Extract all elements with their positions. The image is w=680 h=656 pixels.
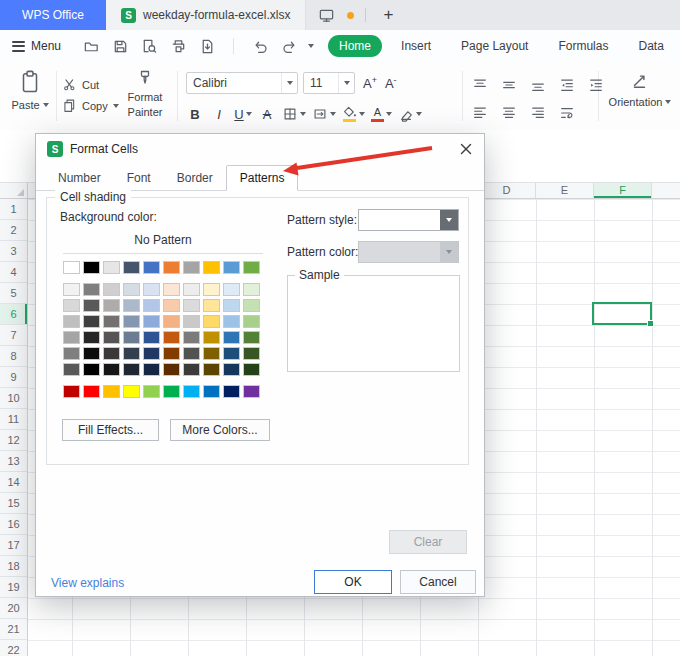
color-swatch[interactable] <box>223 299 240 312</box>
color-swatch[interactable] <box>123 347 140 360</box>
borders-button[interactable] <box>282 103 306 125</box>
align-right-button[interactable] <box>528 103 548 123</box>
color-swatch[interactable] <box>223 315 240 328</box>
row-header-16[interactable]: 16 <box>0 514 27 535</box>
color-swatch[interactable] <box>83 315 100 328</box>
row-header-17[interactable]: 17 <box>0 535 27 556</box>
dialog-tab-font[interactable]: Font <box>114 166 164 190</box>
fill-color-button[interactable] <box>342 103 365 125</box>
color-swatch[interactable] <box>183 299 200 312</box>
row-header-2[interactable]: 2 <box>0 220 27 241</box>
row-header-7[interactable]: 7 <box>0 325 27 346</box>
color-swatch[interactable] <box>123 283 140 296</box>
document-tab[interactable]: S weekday-formula-excel.xlsx <box>106 0 306 30</box>
row-header-22[interactable]: 22 <box>0 640 27 656</box>
pattern-style-caret[interactable] <box>440 210 458 230</box>
color-swatch[interactable] <box>123 385 140 398</box>
color-swatch[interactable] <box>163 331 180 344</box>
font-size-caret[interactable] <box>338 73 354 93</box>
row-header-8[interactable]: 8 <box>0 346 27 367</box>
color-swatch[interactable] <box>63 363 80 376</box>
color-swatch[interactable] <box>123 331 140 344</box>
color-swatch[interactable] <box>83 363 100 376</box>
color-swatch[interactable] <box>203 385 220 398</box>
color-swatch[interactable] <box>63 299 80 312</box>
menu-button[interactable]: Menu <box>0 39 69 53</box>
cancel-button[interactable]: Cancel <box>400 570 476 594</box>
color-swatch[interactable] <box>163 299 180 312</box>
decrease-indent-button[interactable] <box>557 75 577 95</box>
color-swatch[interactable] <box>83 261 100 274</box>
menu-tab-data[interactable]: Data <box>627 35 674 57</box>
color-swatch[interactable] <box>223 363 240 376</box>
color-swatch[interactable] <box>123 261 140 274</box>
undo-icon[interactable] <box>250 36 270 56</box>
color-swatch[interactable] <box>183 261 200 274</box>
copy-button[interactable]: Copy <box>62 95 119 116</box>
color-swatch[interactable] <box>143 283 160 296</box>
color-swatch[interactable] <box>183 363 200 376</box>
color-swatch[interactable] <box>163 347 180 360</box>
increase-indent-button[interactable] <box>586 75 606 95</box>
column-header-f[interactable]: F <box>594 183 652 198</box>
color-swatch[interactable] <box>143 331 160 344</box>
color-swatch[interactable] <box>83 347 100 360</box>
row-header-19[interactable]: 19 <box>0 577 27 598</box>
color-swatch[interactable] <box>103 331 120 344</box>
align-left-button[interactable] <box>470 103 490 123</box>
color-swatch[interactable] <box>103 385 120 398</box>
color-swatch[interactable] <box>223 283 240 296</box>
wrap-text-button[interactable] <box>557 103 577 123</box>
color-swatch[interactable] <box>183 347 200 360</box>
color-swatch[interactable] <box>143 299 160 312</box>
color-swatch[interactable] <box>123 299 140 312</box>
close-icon[interactable] <box>448 134 484 164</box>
font-name-select[interactable]: Calibri <box>186 72 298 94</box>
color-swatch[interactable] <box>63 347 80 360</box>
color-swatch[interactable] <box>223 347 240 360</box>
selected-cell[interactable] <box>592 302 652 325</box>
color-swatch[interactable] <box>63 315 80 328</box>
select-all-corner[interactable] <box>0 182 28 199</box>
color-swatch[interactable] <box>103 315 120 328</box>
row-header-14[interactable]: 14 <box>0 472 27 493</box>
color-swatch[interactable] <box>223 385 240 398</box>
row-header-12[interactable]: 12 <box>0 430 27 451</box>
color-swatch[interactable] <box>203 363 220 376</box>
color-swatch[interactable] <box>143 261 160 274</box>
print-icon[interactable] <box>168 36 188 56</box>
color-swatch[interactable] <box>163 283 180 296</box>
color-swatch[interactable] <box>203 283 220 296</box>
color-swatch[interactable] <box>183 385 200 398</box>
color-swatch[interactable] <box>203 299 220 312</box>
dialog-tab-border[interactable]: Border <box>164 166 226 190</box>
color-swatch[interactable] <box>243 261 260 274</box>
color-swatch[interactable] <box>83 385 100 398</box>
color-swatch[interactable] <box>63 261 80 274</box>
align-middle-button[interactable] <box>499 75 519 95</box>
bold-button[interactable]: B <box>186 103 204 125</box>
color-swatch[interactable] <box>163 315 180 328</box>
color-swatch[interactable] <box>123 315 140 328</box>
dialog-tab-number[interactable]: Number <box>45 166 114 190</box>
decrease-font-button[interactable]: A- <box>385 75 397 91</box>
row-header-6[interactable]: 6 <box>0 304 27 325</box>
color-swatch[interactable] <box>243 315 260 328</box>
color-swatch[interactable] <box>143 315 160 328</box>
color-swatch[interactable] <box>223 331 240 344</box>
wps-office-tab[interactable]: WPS Office <box>0 0 106 30</box>
column-header-d[interactable]: D <box>478 183 536 198</box>
increase-font-button[interactable]: A+ <box>363 75 377 91</box>
color-swatch[interactable] <box>123 363 140 376</box>
new-tab-button[interactable]: + <box>377 5 399 25</box>
align-top-button[interactable] <box>470 75 490 95</box>
print-preview-icon[interactable] <box>139 36 159 56</box>
color-swatch[interactable] <box>83 331 100 344</box>
cut-button[interactable]: Cut <box>62 74 119 95</box>
export-icon[interactable] <box>197 36 217 56</box>
column-header-e[interactable]: E <box>536 183 594 198</box>
orientation-button[interactable]: Orientation <box>604 70 676 108</box>
menu-tab-insert[interactable]: Insert <box>390 35 442 57</box>
color-swatch[interactable] <box>243 283 260 296</box>
color-swatch[interactable] <box>143 385 160 398</box>
